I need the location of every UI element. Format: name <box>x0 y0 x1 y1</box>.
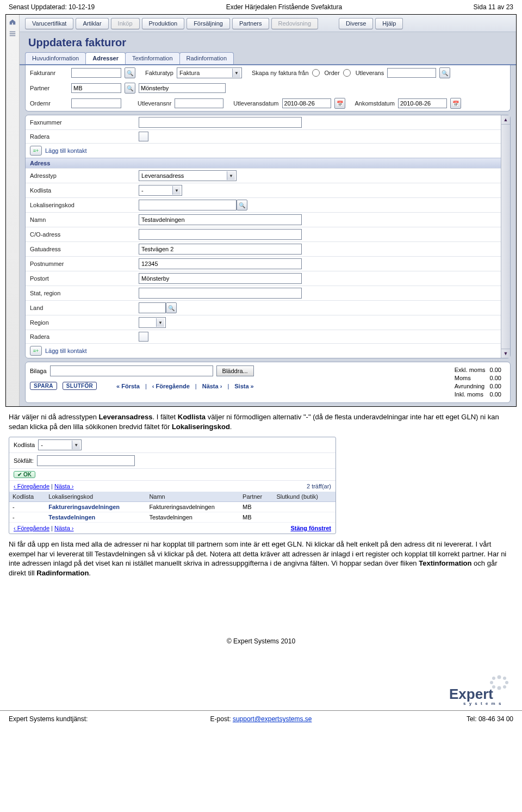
menu-hjalp[interactable]: Hjälp <box>375 18 403 29</box>
add-contact-icon[interactable]: ≡+ <box>30 346 42 356</box>
gatu-input[interactable] <box>139 244 302 255</box>
region-select[interactable] <box>139 317 166 328</box>
region-label: Region <box>30 319 139 326</box>
tab-huvudinformation[interactable]: Huvudinformation <box>25 52 86 64</box>
total-avr-label: Avrundning <box>455 383 489 390</box>
ordernr-input[interactable] <box>71 98 121 108</box>
skapa-input[interactable] <box>387 68 436 78</box>
tab-textinformation[interactable]: Textinformation <box>125 52 180 64</box>
utlevnr-input[interactable] <box>175 98 223 108</box>
section-adress: Adress <box>30 160 50 166</box>
lookup-prev[interactable]: ‹ Föregående <box>14 483 49 489</box>
partner-name-input[interactable] <box>139 83 226 93</box>
spara-button[interactable]: SPARA <box>30 382 57 390</box>
browse-button[interactable]: Bläddra... <box>216 365 254 376</box>
fakturanr-input[interactable] <box>71 68 121 78</box>
partner-input[interactable] <box>71 83 121 93</box>
radio-order[interactable] <box>312 69 320 77</box>
nav-next[interactable]: Nästa › <box>202 383 222 389</box>
scroll-down-icon[interactable]: ▼ <box>501 349 510 358</box>
fakturatyp-label: Fakturatyp <box>145 70 173 76</box>
search-icon[interactable]: 🔍 <box>166 302 177 313</box>
left-gutter <box>6 15 20 406</box>
menu-forsaljning[interactable]: Försäljning <box>187 18 230 29</box>
fakturatyp-select[interactable]: Faktura <box>177 67 242 78</box>
menu-inkop[interactable]: Inköp <box>111 18 140 29</box>
ankomst-input[interactable] <box>398 98 447 108</box>
bilaga-input[interactable] <box>50 365 213 376</box>
calendar-icon[interactable]: 📅 <box>450 98 461 109</box>
menu-redovisning[interactable]: Redovisning <box>271 18 319 29</box>
scrollbar[interactable]: ▲ ▼ <box>501 115 510 358</box>
menu-produktion[interactable]: Produktion <box>142 18 185 29</box>
ordernr-label: Ordernr <box>30 100 68 107</box>
lookup-kodlista-select[interactable]: - <box>38 439 82 450</box>
nav-first[interactable]: « Första <box>116 383 140 389</box>
lookup-row-link[interactable]: Faktureringsavdelningen <box>48 504 120 510</box>
search-icon[interactable]: 🔍 <box>125 67 135 78</box>
lookup-col-lokkod: Lokaliseringskod <box>45 492 146 502</box>
namn-input[interactable] <box>139 214 302 225</box>
bilaga-label: Bilaga <box>30 368 47 374</box>
skapa-label: Skapa ny faktura från <box>252 70 309 76</box>
tab-adresser[interactable]: Adresser <box>85 52 126 64</box>
lookup-next[interactable]: Nästa › <box>54 483 73 489</box>
lookup-window: Kodlista - Sökfält: ✔OK ‹ Föregående | N… <box>9 437 336 534</box>
svg-text:s y s t e m s: s y s t e m s <box>463 701 502 706</box>
radera-checkbox[interactable] <box>139 132 148 141</box>
home-icon[interactable] <box>9 18 16 26</box>
table-row[interactable]: - Testavdelningen Testavdelningen MB <box>9 512 335 523</box>
kodlista-select[interactable]: - <box>139 185 182 196</box>
table-row[interactable]: - Faktureringsavdelningen Faktureringsav… <box>9 502 335 512</box>
utlevdat-input[interactable] <box>282 98 331 108</box>
co-label: C/O-adress <box>30 231 139 238</box>
fakturanr-label: Fakturanr <box>30 70 68 76</box>
postnr-input[interactable] <box>139 258 302 269</box>
nav-last[interactable]: Sista » <box>234 383 253 389</box>
adresstyp-select[interactable]: Leveransadress <box>139 170 237 181</box>
paragraph-1: Här väljer ni då adresstypen Leveransadr… <box>9 412 513 431</box>
postort-input[interactable] <box>139 273 302 284</box>
lookup-row-link[interactable]: Testavdelningen <box>48 514 95 520</box>
search-icon[interactable]: 🔍 <box>237 200 247 210</box>
co-input[interactable] <box>139 229 302 240</box>
menu-diverse[interactable]: Diverse <box>339 18 373 29</box>
search-icon[interactable]: 🔍 <box>125 83 135 94</box>
tab-radinformation[interactable]: Radinformation <box>179 52 234 64</box>
lookup-sokfalt-input[interactable] <box>37 455 135 466</box>
utlevnr-label: Utleveransnr <box>138 100 171 107</box>
add-contact-link[interactable]: Lägg till kontakt <box>45 147 86 154</box>
radera2-checkbox[interactable] <box>139 332 148 342</box>
fax-input[interactable] <box>139 117 302 128</box>
lokkod-label: Lokaliseringskod <box>30 202 139 208</box>
menu-bar: Varucertifikat Artiklar Inköp Produktion… <box>20 15 516 32</box>
doc-updated: Senast Uppdaterad: 10-12-19 <box>9 3 95 11</box>
stat-input[interactable] <box>139 288 302 299</box>
nav-prev[interactable]: ‹ Föregående <box>152 383 190 389</box>
search-icon[interactable]: 🔍 <box>439 67 450 78</box>
total-exkl-value: 0.00 <box>490 367 505 374</box>
scroll-up-icon[interactable]: ▲ <box>501 115 510 125</box>
lookup-ok-button[interactable]: ✔OK <box>14 471 35 478</box>
lokkod-input[interactable] <box>139 200 237 210</box>
radio-utleverans[interactable] <box>343 69 351 77</box>
slutfor-button[interactable]: SLUTFÖR <box>63 382 97 390</box>
lookup-sokfalt-label: Sökfält: <box>14 457 34 464</box>
lookup-kodlista-label: Kodlista <box>14 442 35 448</box>
footer-email-link[interactable]: support@expertsystems.se <box>233 715 312 723</box>
page-title: Uppdatera fakturor <box>20 32 516 52</box>
svg-point-10 <box>503 685 506 689</box>
land-input[interactable] <box>139 302 166 313</box>
lookup-close[interactable]: Stäng fönstret <box>290 525 331 531</box>
menu-partners[interactable]: Partners <box>232 18 269 29</box>
calendar-icon[interactable]: 📅 <box>334 98 345 109</box>
menu-varucertifikat[interactable]: Varucertifikat <box>25 18 73 29</box>
svg-point-7 <box>505 681 508 684</box>
lookup-next2[interactable]: Nästa › <box>54 525 73 531</box>
add-contact-link[interactable]: Lägg till kontakt <box>45 348 86 354</box>
lookup-prev2[interactable]: ‹ Föregående <box>14 525 49 531</box>
menu-artiklar[interactable]: Artiklar <box>76 18 108 29</box>
list-icon[interactable] <box>9 30 16 38</box>
add-contact-icon[interactable]: ≡+ <box>30 146 42 156</box>
lookup-col-partner: Partner <box>239 492 273 502</box>
